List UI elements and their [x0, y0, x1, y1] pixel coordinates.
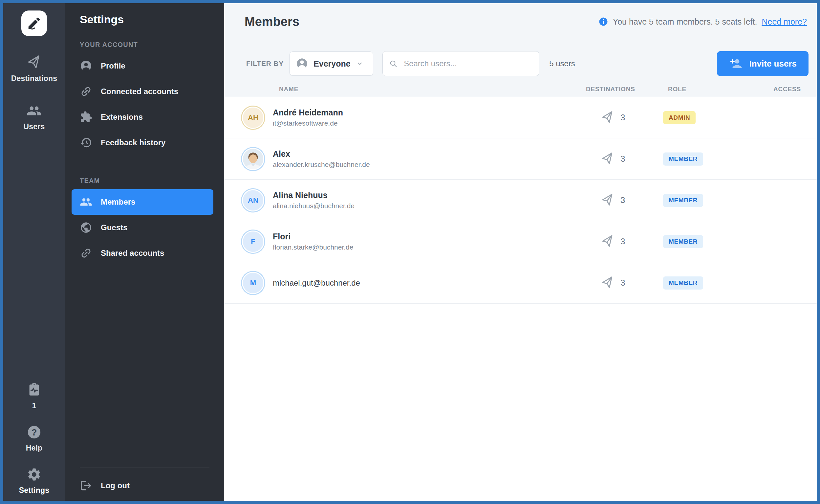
- rail-item-label: Settings: [19, 486, 49, 495]
- person-circle-icon: [80, 60, 92, 72]
- member-email: alina.niehuus@buchner.de: [273, 202, 355, 210]
- column-header-role: ROLE: [650, 86, 752, 93]
- pencil-icon: [27, 16, 42, 31]
- role-cell: MEMBER: [650, 276, 752, 290]
- icon-rail: DestinationsUsers 1?HelpSettings: [3, 3, 65, 501]
- main-content: Members You have 5 team members. 5 seats…: [224, 3, 817, 501]
- paper-plane-icon: [601, 235, 614, 249]
- role-cell: MEMBER: [650, 235, 752, 248]
- member-row[interactable]: FFloriflorian.starke@buchner.de3MEMBER: [224, 221, 817, 262]
- destinations-cell: 3: [571, 152, 650, 166]
- link-icon: [80, 85, 92, 98]
- role-cell: ADMIN: [650, 111, 752, 124]
- seats-text: You have 5 team members. 5 seats left.: [613, 17, 757, 27]
- member-row[interactable]: AHAndré Heidemannit@starkesoftware.de3AD…: [224, 97, 817, 138]
- member-name: Alex: [273, 149, 370, 159]
- logout-button[interactable]: Log out: [65, 471, 224, 501]
- settings-nav-sections: YOUR ACCOUNTProfileConnected accountsExt…: [65, 26, 224, 266]
- sidebar-item-profile[interactable]: Profile: [65, 53, 224, 79]
- settings-title: Settings: [80, 13, 224, 26]
- sidebar-item-members[interactable]: Members: [72, 189, 214, 215]
- sidebar-item-label: Extensions: [101, 112, 143, 122]
- role-badge: ADMIN: [663, 111, 696, 124]
- sidebar-item-extensions[interactable]: Extensions: [65, 104, 224, 130]
- destinations-count: 3: [621, 195, 625, 205]
- destinations-cell: 3: [571, 276, 650, 290]
- sidebar-item-label: Profile: [101, 61, 125, 71]
- column-header-destinations: DESTINATIONS: [571, 86, 650, 93]
- globe-icon: [80, 221, 92, 234]
- member-row[interactable]: Alexalexander.krusche@buchner.de3MEMBER: [224, 138, 817, 180]
- help-icon: ?: [27, 425, 42, 440]
- rail-item-label: Users: [24, 122, 45, 131]
- avatar: AH: [242, 107, 264, 129]
- puzzle-icon: [80, 111, 92, 123]
- sidebar-item-feedback-history[interactable]: Feedback history: [65, 130, 224, 155]
- role-badge: MEMBER: [663, 235, 703, 248]
- rail-item-settings[interactable]: Settings: [3, 467, 65, 495]
- app-window: DestinationsUsers 1?HelpSettings Setting…: [0, 0, 820, 504]
- paper-plane-icon: [601, 193, 614, 207]
- paper-plane-icon: [601, 276, 614, 290]
- search-input[interactable]: [382, 51, 539, 76]
- user-count: 5 users: [549, 59, 575, 68]
- member-text: Alexalexander.krusche@buchner.de: [273, 149, 370, 169]
- sidebar-item-shared-accounts[interactable]: Shared accounts: [65, 240, 224, 266]
- member-email: alexander.krusche@buchner.de: [273, 161, 370, 169]
- info-icon: [598, 17, 608, 27]
- sidebar-item-connected-accounts[interactable]: Connected accounts: [65, 79, 224, 104]
- member-email: it@starkesoftware.de: [273, 119, 343, 127]
- member-email: michael.gut@buchner.de: [273, 278, 360, 288]
- destinations-count: 3: [621, 112, 625, 123]
- destinations-count: 3: [621, 278, 625, 288]
- filter-by-label: FILTER BY: [246, 60, 284, 68]
- users-icon: [27, 103, 42, 118]
- toolbar-band: FILTER BY Everyone 5 users Invite users …: [224, 40, 817, 97]
- paper-plane-icon: [601, 111, 614, 125]
- paper-plane-icon: [27, 55, 42, 70]
- svg-text:?: ?: [31, 427, 37, 437]
- users-icon: [80, 196, 92, 208]
- logout-icon: [80, 479, 92, 492]
- history-icon: [80, 136, 92, 149]
- sidebar-item-guests[interactable]: Guests: [65, 215, 224, 240]
- destinations-cell: 3: [571, 193, 650, 207]
- member-identity: FFloriflorian.starke@buchner.de: [242, 231, 571, 253]
- member-text: André Heidemannit@starkesoftware.de: [273, 108, 343, 128]
- sidebar-item-label: Members: [101, 197, 135, 207]
- rail-item-whats-new[interactable]: 1: [3, 382, 65, 410]
- invite-users-label: Invite users: [749, 59, 797, 69]
- sidebar-item-label: Connected accounts: [101, 87, 178, 96]
- member-email: florian.starke@buchner.de: [273, 243, 353, 251]
- member-row[interactable]: ANAlina Niehuusalina.niehuus@buchner.de3…: [224, 180, 817, 221]
- member-name: Flori: [273, 232, 353, 241]
- sidebar-item-label: Shared accounts: [101, 249, 164, 258]
- member-text: Floriflorian.starke@buchner.de: [273, 232, 353, 252]
- destinations-cell: 3: [571, 235, 650, 249]
- table-header: NAME DESTINATIONS ROLE ACCESS: [224, 82, 817, 97]
- role-badge: MEMBER: [663, 194, 703, 207]
- member-text: Alina Niehuusalina.niehuus@buchner.de: [273, 191, 355, 210]
- destinations-cell: 3: [571, 111, 650, 125]
- invite-users-button[interactable]: Invite users: [717, 51, 809, 76]
- gear-icon: [27, 467, 42, 482]
- avatar: F: [242, 231, 264, 253]
- rail-item-destinations[interactable]: Destinations: [3, 55, 65, 83]
- rail-item-help[interactable]: ?Help: [3, 425, 65, 453]
- member-row[interactable]: Mmichael.gut@buchner.de3MEMBER: [224, 262, 817, 304]
- avatar: AN: [242, 189, 264, 212]
- toolbar: FILTER BY Everyone 5 users Invite users: [224, 40, 817, 82]
- destinations-count: 3: [621, 154, 625, 164]
- rail-item-label: Destinations: [11, 74, 57, 83]
- member-identity: ANAlina Niehuusalina.niehuus@buchner.de: [242, 189, 571, 212]
- member-identity: AHAndré Heidemannit@starkesoftware.de: [242, 107, 571, 129]
- rail-item-users[interactable]: Users: [3, 103, 65, 131]
- link-icon: [80, 247, 92, 259]
- app-logo[interactable]: [21, 10, 47, 36]
- members-table: AHAndré Heidemannit@starkesoftware.de3AD…: [224, 97, 817, 304]
- clipboard-pulse-icon: [27, 382, 42, 397]
- role-cell: MEMBER: [650, 152, 752, 166]
- logout-label: Log out: [101, 481, 130, 490]
- need-more-link[interactable]: Need more?: [762, 17, 807, 27]
- filter-dropdown[interactable]: Everyone: [290, 51, 373, 76]
